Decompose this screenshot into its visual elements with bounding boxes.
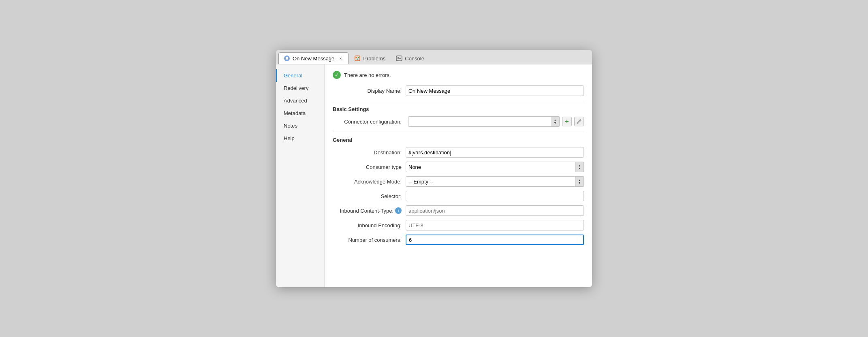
svg-rect-1 (286, 57, 288, 60)
tab-console[interactable]: Console (391, 53, 429, 64)
connector-config-row: Connector configuration: ▲ ▼ + (333, 116, 584, 127)
sidebar-item-advanced[interactable]: Advanced (276, 94, 324, 107)
sidebar-item-notes[interactable]: Notes (276, 119, 324, 132)
consumer-type-select-wrapper: None Queue Topic ▲ ▼ (406, 162, 584, 172)
sidebar-item-help[interactable]: Help (276, 132, 324, 145)
svg-point-3 (356, 57, 357, 58)
info-icon-content-type: i (395, 207, 402, 214)
sidebar-item-general[interactable]: General (276, 69, 324, 82)
inbound-encoding-row: Inbound Encoding: (333, 220, 584, 230)
close-tab-button[interactable]: × (338, 55, 343, 61)
content-panel: ✓ There are no errors. Display Name: Bas… (325, 64, 592, 287)
acknowledge-mode-select[interactable]: -- Empty -- AUTO MANUAL DUPS_OK SESSION_… (406, 176, 584, 187)
consumer-type-row: Consumer type None Queue Topic ▲ ▼ (333, 162, 584, 172)
number-of-consumers-row: Number of consumers: (333, 235, 584, 245)
edit-icon (576, 119, 582, 124)
svg-point-4 (357, 59, 358, 60)
main-content: General Redelivery Advanced Metadata Not… (276, 64, 592, 287)
edit-connector-button[interactable] (574, 117, 584, 126)
console-icon (396, 55, 402, 62)
number-of-consumers-label: Number of consumers: (333, 237, 406, 243)
tab-problems[interactable]: Problems (349, 53, 390, 64)
tab-on-new-message-label: On New Message (293, 55, 334, 62)
acknowledge-mode-row: Acknowledge Mode: -- Empty -- AUTO MANUA… (333, 176, 584, 187)
number-of-consumers-input[interactable] (406, 235, 584, 245)
connector-icon (284, 55, 290, 62)
sidebar: General Redelivery Advanced Metadata Not… (276, 64, 325, 287)
selector-label: Selector: (333, 193, 406, 199)
tab-on-new-message[interactable]: On New Message × (278, 52, 348, 64)
connector-config-select[interactable] (408, 116, 560, 127)
display-name-input[interactable] (406, 85, 584, 96)
display-name-label: Display Name: (333, 88, 406, 94)
basic-settings-header: Basic Settings (333, 106, 584, 112)
general-section-header: General (333, 137, 584, 143)
selector-input[interactable] (406, 191, 584, 201)
status-icon: ✓ (333, 71, 341, 79)
inbound-content-type-label: Inbound Content-Type: i (333, 207, 406, 214)
status-bar: ✓ There are no errors. (333, 71, 584, 79)
inbound-content-type-input[interactable] (406, 205, 584, 216)
tab-console-label: Console (405, 55, 424, 62)
svg-rect-2 (355, 56, 360, 61)
svg-rect-6 (396, 56, 402, 61)
connector-config-label: Connector configuration: (333, 119, 406, 125)
tab-bar: On New Message × Problems (276, 50, 592, 64)
inbound-encoding-input[interactable] (406, 220, 584, 230)
selector-row: Selector: (333, 191, 584, 201)
connector-select-wrapper: ▲ ▼ (408, 116, 560, 127)
display-name-row: Display Name: (333, 85, 584, 96)
add-connector-button[interactable]: + (562, 117, 572, 126)
svg-point-5 (358, 57, 359, 58)
acknowledge-mode-label: Acknowledge Mode: (333, 179, 406, 185)
status-message: There are no errors. (344, 72, 391, 78)
consumer-type-select[interactable]: None Queue Topic (406, 162, 584, 172)
sidebar-item-metadata[interactable]: Metadata (276, 107, 324, 119)
destination-label: Destination: (333, 149, 406, 156)
sidebar-item-redelivery[interactable]: Redelivery (276, 82, 324, 94)
divider-2 (333, 132, 584, 132)
main-window: On New Message × Problems (276, 50, 592, 287)
divider-1 (333, 101, 584, 101)
destination-input[interactable] (406, 147, 584, 158)
inbound-encoding-label: Inbound Encoding: (333, 222, 406, 228)
consumer-type-label: Consumer type (333, 164, 406, 170)
acknowledge-mode-select-wrapper: -- Empty -- AUTO MANUAL DUPS_OK SESSION_… (406, 176, 584, 187)
problems-icon (354, 55, 361, 62)
tab-problems-label: Problems (363, 55, 385, 62)
destination-row: Destination: (333, 147, 584, 158)
inbound-content-type-row: Inbound Content-Type: i (333, 205, 584, 216)
